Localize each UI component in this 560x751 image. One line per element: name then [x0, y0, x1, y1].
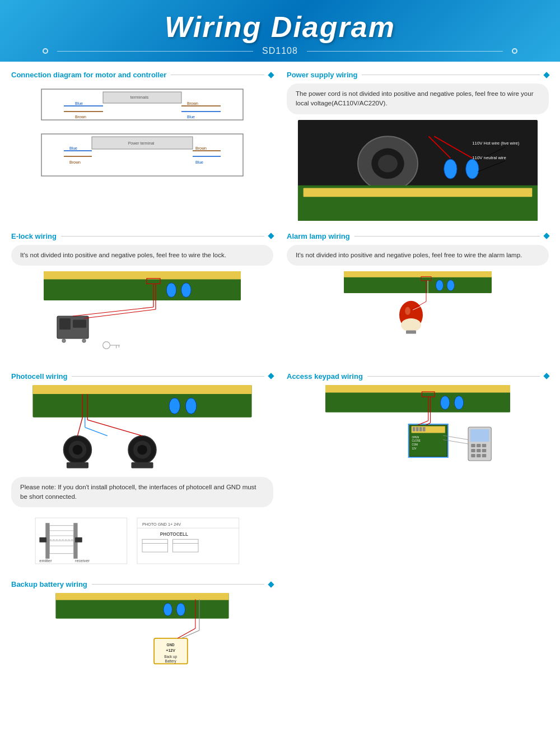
- svg-text:receiver: receiver: [75, 558, 90, 563]
- svg-text:110V Hot wire (live wire): 110V Hot wire (live wire): [472, 140, 520, 145]
- svg-text:Power terminal: Power terminal: [128, 141, 155, 145]
- section-photocell: Photocell wiring: [11, 372, 273, 572]
- section-motor-header: Connection diagram for motor and control…: [11, 71, 273, 79]
- section-alarm-title: Alarm lamp wiring: [287, 232, 350, 240]
- elock-note: It's not divided into positive and negat…: [11, 245, 273, 266]
- section-keypad-diamond: [543, 373, 549, 379]
- svg-text:CLOSE: CLOSE: [412, 439, 421, 442]
- svg-rect-125: [477, 444, 481, 447]
- svg-point-28: [444, 159, 457, 179]
- svg-rect-117: [423, 427, 426, 432]
- svg-point-71: [185, 398, 197, 414]
- section-keypad: Access keypad wiring OPEN CLOSE COM 12V: [287, 372, 549, 572]
- svg-rect-79: [131, 462, 153, 469]
- motor-diagram-svg: terminals Blue Brown Brown Blue Power te…: [11, 84, 273, 184]
- svg-rect-127: [471, 449, 475, 452]
- section-motor-line: [171, 75, 264, 75]
- svg-rect-116: [419, 427, 422, 432]
- section-power-header: Power supply wiring: [287, 71, 549, 79]
- elock-diagram-svg: [11, 271, 273, 361]
- header-circle-right: [512, 48, 517, 54]
- content-grid: Connection diagram for motor and control…: [0, 62, 560, 686]
- section-battery-line: [92, 584, 264, 585]
- section-photocell-diamond: [268, 373, 274, 379]
- page-header: Wiring Diagram SD1108: [0, 0, 560, 62]
- svg-text:12V: 12V: [412, 447, 417, 450]
- section-motor-title: Connection diagram for motor and control…: [11, 71, 166, 79]
- section-photocell-header: Photocell wiring: [11, 372, 273, 381]
- svg-text:Brown: Brown: [75, 115, 86, 119]
- svg-point-143: [176, 604, 185, 616]
- keypad-diagram-svg: OPEN CLOSE COM 12V: [287, 385, 549, 469]
- svg-text:Blue: Blue: [75, 101, 83, 105]
- svg-text:Blue: Blue: [187, 115, 195, 119]
- svg-text:110V neutral wire: 110V neutral wire: [472, 155, 506, 160]
- svg-text:GND: GND: [167, 643, 175, 647]
- section-battery-title: Backup battery wiring: [11, 580, 87, 588]
- section-battery: Backup battery wiring GND +12V Back up B…: [11, 580, 273, 668]
- section-alarm-header: Alarm lamp wiring: [287, 232, 549, 240]
- svg-rect-95: [75, 537, 82, 543]
- svg-point-39: [166, 283, 176, 298]
- svg-rect-131: [477, 454, 481, 457]
- svg-rect-103: [142, 540, 167, 553]
- svg-point-63: [405, 307, 410, 314]
- page-title: Wiring Diagram: [11, 10, 549, 44]
- section-elock-title: E-lock wiring: [11, 232, 57, 240]
- svg-text:Blue: Blue: [195, 160, 203, 164]
- section-photocell-line: [72, 376, 264, 377]
- svg-rect-44: [73, 319, 86, 327]
- power-note: The power cord is not divided into posit…: [287, 84, 549, 114]
- section-battery-diamond: [268, 581, 274, 587]
- svg-point-78: [137, 444, 147, 455]
- battery-diagram-svg: GND +12V Back up Battery: [11, 593, 273, 666]
- section-elock-header: E-lock wiring: [11, 232, 273, 240]
- section-power-diamond: [543, 72, 549, 78]
- svg-point-51: [103, 341, 110, 349]
- svg-rect-129: [482, 449, 487, 452]
- section-power-title: Power supply wiring: [287, 71, 357, 79]
- svg-rect-114: [413, 427, 416, 432]
- section-elock-line: [61, 236, 264, 237]
- svg-rect-43: [59, 318, 71, 330]
- svg-point-58: [447, 280, 454, 290]
- section-alarm-line: [354, 236, 540, 237]
- svg-point-109: [441, 396, 450, 409]
- svg-line-85: [85, 427, 108, 435]
- svg-text:Brown: Brown: [187, 101, 198, 105]
- svg-rect-94: [39, 537, 46, 543]
- section-alarm: Alarm lamp wiring It's not divided into …: [287, 232, 549, 363]
- svg-point-110: [454, 396, 464, 409]
- photocell-sketch-svg: emitter receiver PHOTO GND 1+ 24V PHOTOC…: [11, 513, 273, 569]
- svg-rect-128: [477, 449, 481, 452]
- svg-rect-126: [482, 444, 487, 447]
- svg-rect-104: [173, 540, 198, 553]
- header-line-left: [57, 51, 253, 52]
- svg-rect-123: [470, 429, 489, 442]
- subtitle-row: SD1108: [11, 46, 549, 56]
- svg-rect-130: [471, 454, 475, 457]
- svg-rect-62: [406, 330, 416, 333]
- section-alarm-diamond: [543, 233, 549, 239]
- header-subtitle: SD1108: [262, 46, 298, 56]
- section-elock: E-lock wiring It's not divided into posi…: [11, 232, 273, 363]
- section-motor-diamond: [268, 72, 274, 78]
- svg-point-25: [378, 155, 398, 172]
- svg-point-74: [73, 444, 83, 455]
- photocell-note: Please note: If you don't install photoc…: [11, 477, 273, 508]
- section-keypad-header: Access keypad wiring: [287, 372, 549, 381]
- svg-rect-132: [482, 454, 487, 457]
- svg-line-83: [87, 420, 142, 435]
- alarm-note: It's not divided into positive and negat…: [287, 245, 549, 266]
- svg-rect-38: [46, 272, 239, 278]
- svg-rect-75: [67, 462, 88, 469]
- photocell-diagram-svg: [11, 385, 273, 475]
- svg-point-46: [82, 339, 86, 342]
- svg-point-29: [466, 159, 479, 179]
- svg-rect-56: [344, 271, 492, 277]
- svg-point-142: [164, 604, 172, 616]
- svg-text:Battery: Battery: [165, 660, 177, 664]
- section-elock-diamond: [268, 233, 274, 239]
- section-photocell-title: Photocell wiring: [11, 372, 67, 381]
- svg-point-40: [181, 283, 192, 298]
